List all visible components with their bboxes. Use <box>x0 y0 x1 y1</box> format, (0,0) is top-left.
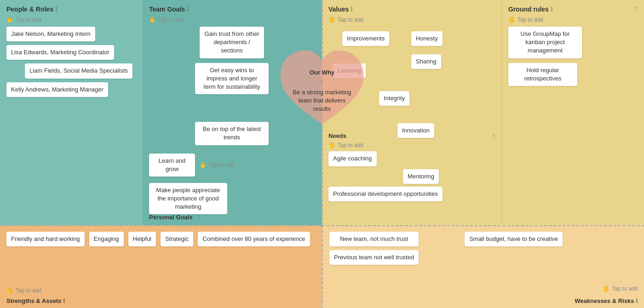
strengths-cards: Friendly and hard working Engaging Helpf… <box>6 232 316 246</box>
weakness-col2: Small budget, have to be creative <box>465 232 563 265</box>
filter-icon[interactable]: ⊤ <box>633 6 638 12</box>
personal-goals-icon: ⁝ <box>198 214 200 221</box>
card-friendly[interactable]: Friendly and hard working <box>6 232 85 246</box>
card-lisa[interactable]: Lisa Edwards, Marketing Coordinator <box>6 45 114 60</box>
tap-to-add-team-goals[interactable]: 🖐 Tap to add <box>149 17 315 23</box>
needs-icon: ⁝ <box>493 133 495 139</box>
tap-to-add-strengths[interactable]: 🖐 Tap to add <box>6 287 65 294</box>
team-goals-header: Team Goals ⁝ <box>149 6 315 13</box>
hand-icon-people: 🖐 <box>6 17 13 23</box>
tap-to-add-values[interactable]: 🖐 Tap to add <box>328 17 495 23</box>
weakness-col1: New team, not much trust Previous team n… <box>329 232 419 265</box>
card-improvements[interactable]: Improvements <box>342 31 389 46</box>
card-groupmap[interactable]: Use GroupMap for kanban project manageme… <box>508 27 582 58</box>
card-sharing[interactable]: Sharing <box>411 54 441 69</box>
tap-to-add-needs[interactable]: 🖐 Tap to add <box>328 142 495 148</box>
team-goals-title: Team Goals <box>149 6 185 13</box>
card-professional-dev[interactable]: Professional development opportunities <box>328 187 443 201</box>
weaknesses-section: New team, not much trust Previous team n… <box>322 225 644 308</box>
card-combined[interactable]: Combined over 80 years of experience <box>198 232 310 246</box>
card-jake[interactable]: Jake Nelson, Marketing Intern <box>6 27 95 41</box>
card-small-budget[interactable]: Small budget, have to be creative <box>465 232 563 246</box>
card-learn-grow[interactable]: Learn and grow <box>149 154 195 177</box>
card-learning[interactable]: Learning <box>333 63 366 78</box>
weaknesses-cards: New team, not much trust Previous team n… <box>329 232 638 265</box>
tap-to-add-people[interactable]: 🖐 Tap to add <box>6 17 136 23</box>
people-roles-title: People & Roles <box>6 6 53 13</box>
card-strategic[interactable]: Strategic <box>161 232 193 246</box>
hand-icon-team-goals: 🖐 <box>149 17 156 23</box>
people-cards: Jake Nelson, Marketing Intern Lisa Edwar… <box>6 27 136 97</box>
hand-icon-ground-rules: 🖐 <box>508 17 515 23</box>
people-roles-section: People & Roles ⁝ 🖐 Tap to add Jake Nelso… <box>0 0 143 225</box>
hand-icon-needs: 🖐 <box>328 142 335 148</box>
hand-icon-weaknesses: 🖐 <box>603 285 610 292</box>
card-liam[interactable]: Liam Fields, Social Media Specialists <box>25 63 132 78</box>
weaknesses-title: Weaknesses & Risks ⁝ <box>575 297 638 304</box>
hand-icon-strengths: 🖐 <box>6 287 13 294</box>
card-easy-wins[interactable]: Get easy wins to impress and longer term… <box>195 63 269 95</box>
tap-to-add-ground-rules[interactable]: 🖐 Tap to add <box>508 17 638 23</box>
personal-goals-label: Personal Goals <box>149 214 193 221</box>
card-top-trends[interactable]: Be on top of the latest trends <box>195 122 269 145</box>
ground-rules-section: Ground rules ⁝ ⊤ 🖐 Tap to add Use GroupM… <box>501 0 644 225</box>
card-agile[interactable]: Agile coaching <box>328 151 377 166</box>
card-previous-team[interactable]: Previous team not well trusted <box>329 250 419 265</box>
values-section: Values ⁝ 🖐 Tap to add Improvements Hones… <box>322 0 501 225</box>
hand-icon-values: 🖐 <box>328 17 335 23</box>
tap-to-add-weaknesses[interactable]: 🖐 Tap to add <box>603 285 638 292</box>
team-goals-section: Team Goals ⁝ 🖐 Tap to add Gain trust fro… <box>143 0 322 225</box>
hand-icon-personal: 🖐 <box>200 162 207 168</box>
values-cards-container: Improvements Honesty Learning Sharing In… <box>328 27 495 201</box>
ground-rules-title: Ground rules <box>508 6 549 13</box>
ground-rules-header: Ground rules ⁝ <box>508 6 552 13</box>
strengths-section: Friendly and hard working Engaging Helpf… <box>0 225 322 308</box>
values-header: Values ⁝ <box>328 6 352 13</box>
values-title: Values <box>328 6 349 13</box>
card-kelly[interactable]: Kelly Andrews, Marketing Manager <box>6 82 108 97</box>
card-make-people[interactable]: Make people appreciate the importance of… <box>149 183 227 215</box>
card-honesty[interactable]: Honesty <box>411 31 443 46</box>
strengths-title: Strengths & Assets ⁝ <box>6 297 65 304</box>
card-new-team[interactable]: New team, not much trust <box>329 232 419 246</box>
weaknesses-bottom: 🖐 Tap to add Weaknesses & Risks ⁝ <box>575 285 638 304</box>
needs-subsection: Needs ⁝ 🖐 Tap to add Agile coaching Ment… <box>328 132 495 201</box>
needs-title: Needs <box>328 132 346 139</box>
card-retrospectives[interactable]: Hold regular retrospectives <box>508 63 577 86</box>
people-roles-header: People & Roles ⁝ <box>6 6 136 13</box>
team-goals-cards: Gain trust from other departments / sect… <box>149 27 315 214</box>
tap-to-add-personal[interactable]: 🖐 Tap to add <box>200 162 235 168</box>
card-mentoring[interactable]: Mentoring <box>403 169 439 184</box>
card-gain-trust[interactable]: Gain trust from other departments / sect… <box>200 27 264 58</box>
card-engaging[interactable]: Engaging <box>89 232 124 246</box>
needs-cards: Agile coaching Mentoring Professional de… <box>328 151 495 201</box>
card-integrity[interactable]: Integrity <box>379 91 409 106</box>
card-helpful[interactable]: Helpful <box>128 232 156 246</box>
ground-rules-cards: Use GroupMap for kanban project manageme… <box>508 27 638 86</box>
strengths-bottom: 🖐 Tap to add Strengths & Assets ⁝ <box>6 287 65 304</box>
